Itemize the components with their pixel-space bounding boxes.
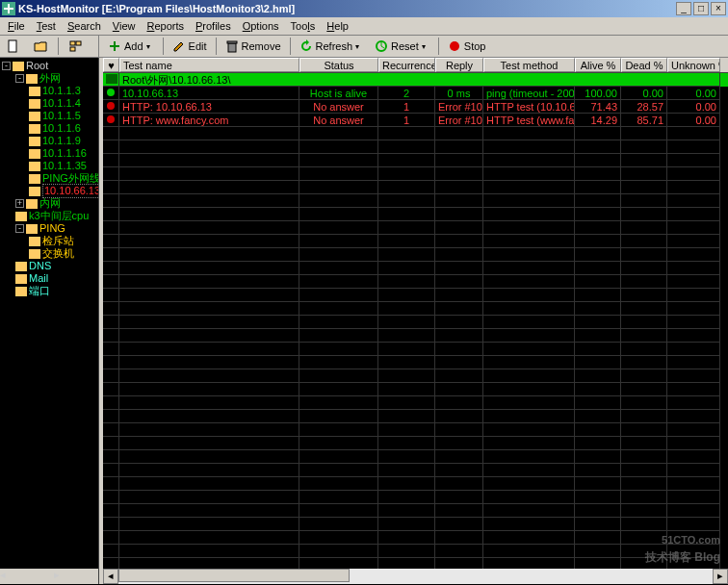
svg-point-12 xyxy=(450,41,459,51)
tree-p2[interactable]: 交换机 xyxy=(2,247,96,260)
tree-ping[interactable]: -PING xyxy=(2,222,96,235)
grid-scrollbar[interactable]: ◂ ▸ xyxy=(103,569,728,584)
svg-rect-21 xyxy=(29,162,40,171)
cell-status: No answer xyxy=(299,100,378,114)
svg-rect-27 xyxy=(29,237,40,246)
tree-port[interactable]: 端口 xyxy=(2,285,96,297)
menu-test[interactable]: Test xyxy=(31,18,62,34)
folders-button[interactable] xyxy=(65,37,88,56)
grid-row[interactable]: HTTP: www.fancy.comNo answer1Error #1005… xyxy=(103,114,728,127)
menu-help[interactable]: Help xyxy=(321,18,354,34)
svg-rect-17 xyxy=(29,112,40,121)
col-reply[interactable]: Reply xyxy=(435,58,483,72)
col-name[interactable]: Test name xyxy=(119,58,299,72)
svg-rect-29 xyxy=(15,262,27,271)
col-dead[interactable]: Dead % xyxy=(621,58,667,72)
edit-button[interactable]: Edit xyxy=(168,37,212,56)
tree-scrollbar[interactable]: ◂ ▸ xyxy=(0,569,98,584)
collapse-icon[interactable]: - xyxy=(15,224,24,233)
tree-ip[interactable]: 10.1.1.35 xyxy=(2,160,96,172)
svg-point-33 xyxy=(107,89,115,96)
tree-k3[interactable]: k3中间层cpu xyxy=(2,210,96,222)
row-icon xyxy=(103,100,119,114)
tree-ip[interactable]: 10.1.1.4 xyxy=(2,97,96,110)
grid-row[interactable]: Root\外网\10.10.66.13\ xyxy=(103,73,728,87)
grid-row-empty xyxy=(103,477,728,491)
cell-reply: Error #1005 xyxy=(435,100,483,114)
tree-ip[interactable]: 10.1.1.5 xyxy=(2,110,96,122)
svg-rect-13 xyxy=(13,62,24,71)
menu-options[interactable]: Options xyxy=(237,18,285,34)
stop-button[interactable]: Stop xyxy=(443,37,491,56)
grid-row-empty xyxy=(103,248,728,262)
tree-ip[interactable]: 10.1.1.9 xyxy=(2,135,96,147)
cell-name: 10.10.66.13 xyxy=(119,87,299,100)
tree-dns[interactable]: DNS xyxy=(2,260,96,272)
scroll-right-button[interactable]: ▸ xyxy=(54,569,60,584)
cell-unk: 0.00 xyxy=(667,114,720,127)
refresh-button[interactable]: Refresh▾ xyxy=(295,37,369,56)
collapse-icon[interactable]: - xyxy=(15,74,24,83)
col-icon[interactable]: ♥ xyxy=(103,58,119,72)
tree-selected[interactable]: 10.10.66.13 xyxy=(2,185,96,197)
col-recurrences[interactable]: Recurrences xyxy=(378,58,435,72)
col-alive[interactable]: Alive % xyxy=(575,58,621,72)
grid-row-empty xyxy=(103,235,728,248)
tree-p1[interactable]: 检斥站 xyxy=(2,235,96,247)
svg-point-35 xyxy=(107,115,115,123)
expand-icon[interactable]: + xyxy=(15,199,24,208)
window-title: KS-HostMonitor [E:\Program Files\HostMon… xyxy=(18,3,674,14)
menu-profiles[interactable]: Profiles xyxy=(190,18,237,34)
grid-body[interactable]: Root\外网\10.10.66.13\10.10.66.13Host is a… xyxy=(103,73,728,569)
tree-waiwang[interactable]: -外网 xyxy=(2,72,96,85)
svg-rect-4 xyxy=(70,41,75,45)
menu-search[interactable]: Search xyxy=(62,18,107,34)
cell-method: ping (timeout - 2000 ms) xyxy=(483,87,575,100)
svg-rect-9 xyxy=(228,43,236,52)
maximize-button[interactable]: □ xyxy=(693,2,709,15)
grid-row-empty xyxy=(103,437,728,450)
reset-button[interactable]: Reset▾ xyxy=(370,37,434,56)
menu-reports[interactable]: Reports xyxy=(141,18,190,34)
close-button[interactable]: × xyxy=(711,2,726,15)
cell-status: Host is alive xyxy=(299,87,378,100)
svg-rect-24 xyxy=(26,199,38,209)
menu-file[interactable]: File xyxy=(2,18,31,34)
minimize-button[interactable]: _ xyxy=(676,2,691,15)
tree-mail[interactable]: Mail xyxy=(2,272,96,285)
grid-pane: ♥ Test name Status Recurrences Reply Tes… xyxy=(103,58,728,584)
grid-row[interactable]: HTTP: 10.10.66.13No answer1Error #1005HT… xyxy=(103,100,728,114)
grid-header: ♥ Test name Status Recurrences Reply Tes… xyxy=(103,58,728,73)
grid-row[interactable]: 10.10.66.13Host is alive20 msping (timeo… xyxy=(103,87,728,100)
menu-tools[interactable]: Tools xyxy=(285,18,322,34)
tree-pane: -Root -外网 10.1.1.310.1.1.410.1.1.510.1.1… xyxy=(0,58,99,584)
tree-neiwang[interactable]: +内网 xyxy=(2,197,96,210)
scroll-left-button[interactable]: ◂ xyxy=(103,569,118,584)
grid-row-empty xyxy=(103,343,728,356)
collapse-icon[interactable]: - xyxy=(2,62,11,70)
svg-rect-31 xyxy=(15,287,27,296)
svg-rect-16 xyxy=(29,99,40,109)
col-method[interactable]: Test method xyxy=(483,58,575,72)
menu-view[interactable]: View xyxy=(107,18,142,34)
svg-rect-18 xyxy=(29,124,40,134)
add-button[interactable]: Add▾ xyxy=(103,37,159,56)
tree-root[interactable]: -Root xyxy=(2,60,96,72)
col-status[interactable]: Status xyxy=(299,58,378,72)
grid-row-empty xyxy=(103,329,728,343)
remove-button[interactable]: Remove xyxy=(221,37,286,56)
open-button[interactable] xyxy=(29,37,52,56)
col-unknown[interactable]: Unknown % xyxy=(667,58,720,72)
tree-ip[interactable]: 10.1.1.16 xyxy=(2,147,96,160)
scroll-right-button[interactable]: ▸ xyxy=(713,569,728,584)
grid-row-empty xyxy=(103,181,728,194)
cell-dead: 0.00 xyxy=(621,87,667,100)
new-button[interactable] xyxy=(2,37,25,56)
svg-rect-5 xyxy=(76,41,81,45)
tree-ip[interactable]: 10.1.1.6 xyxy=(2,122,96,135)
tree-ip[interactable]: 10.1.1.3 xyxy=(2,85,96,97)
cell-rec: 1 xyxy=(378,114,435,127)
svg-rect-20 xyxy=(29,149,40,159)
grid-row-empty xyxy=(103,221,728,235)
grid-row-empty xyxy=(103,504,728,518)
